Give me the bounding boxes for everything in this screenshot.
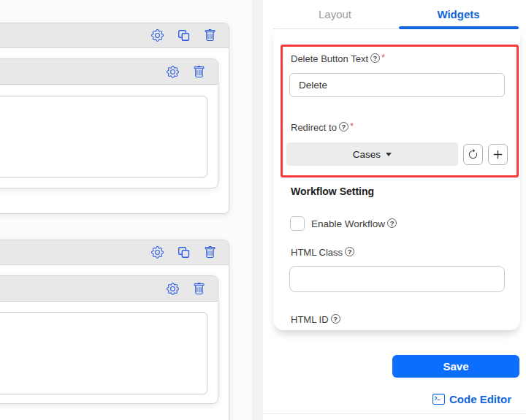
code-editor-link[interactable]: Code Editor [432, 393, 511, 405]
html-class-input[interactable] [289, 266, 505, 292]
settings-icon[interactable] [151, 246, 164, 259]
label-text: Enable Workflow [311, 218, 385, 229]
required-asterisk: * [381, 52, 385, 63]
settings-icon[interactable] [167, 283, 179, 295]
widget-card-header[interactable] [0, 240, 229, 265]
label-text: HTML ID [291, 314, 329, 325]
delete-icon[interactable] [204, 29, 216, 42]
chevron-down-icon [386, 153, 392, 156]
dropdown-selected-value: Cases [353, 149, 381, 160]
add-button[interactable] [488, 144, 508, 165]
html-class-label: HTML Class ? [291, 247, 354, 258]
redirect-to-dropdown[interactable]: Cases [286, 142, 458, 166]
enable-workflow-label: Enable Workflow ? [311, 218, 397, 229]
textarea-field-preview-2[interactable] [0, 312, 207, 394]
label-text: HTML Class [291, 247, 343, 258]
redirect-to-label: Redirect to ? * [291, 122, 354, 133]
panel-divider [252, 0, 263, 420]
label-text: Redirect to [291, 122, 337, 133]
delete-icon[interactable] [204, 246, 216, 259]
widget-card-header[interactable] [0, 59, 218, 85]
code-editor-icon [432, 393, 445, 405]
save-button[interactable]: Save [392, 355, 519, 378]
redirect-to-controls: Cases [286, 142, 508, 166]
html-id-label: HTML ID ? [291, 314, 340, 325]
tab-layout[interactable]: Layout [273, 0, 397, 28]
properties-panel: Layout Widgets Delete Button Text ? * Re… [263, 0, 526, 420]
code-editor-label: Code Editor [449, 393, 511, 405]
highlight-box: Delete Button Text ? * Redirect to ? * C… [281, 45, 519, 177]
refresh-icon [468, 149, 479, 160]
plus-icon [492, 149, 503, 160]
tab-widgets[interactable]: Widgets [397, 0, 520, 28]
form-canvas [0, 0, 252, 420]
textarea-field-preview-1[interactable] [0, 96, 207, 177]
tab-layout-label: Layout [319, 8, 351, 20]
help-icon[interactable]: ? [370, 53, 380, 63]
delete-button-text-input[interactable] [289, 73, 505, 97]
delete-button-text-label: Delete Button Text ? * [291, 53, 385, 64]
workflow-setting-heading: Workflow Setting [291, 186, 374, 197]
form-builder-screen: Layout Widgets Delete Button Text ? * Re… [0, 0, 526, 420]
widget-card-header[interactable] [0, 23, 229, 48]
delete-icon[interactable] [193, 66, 205, 78]
settings-icon[interactable] [151, 29, 164, 42]
enable-workflow-checkbox[interactable] [290, 216, 305, 231]
delete-icon[interactable] [193, 283, 205, 295]
enable-workflow-row: Enable Workflow ? [290, 216, 397, 231]
help-icon[interactable]: ? [345, 247, 354, 256]
required-asterisk: * [350, 121, 354, 131]
widget-card-header[interactable] [0, 276, 218, 302]
help-icon[interactable]: ? [387, 218, 397, 228]
settings-icon[interactable] [167, 66, 179, 78]
help-icon[interactable]: ? [339, 122, 348, 131]
help-icon[interactable]: ? [331, 314, 340, 324]
duplicate-icon[interactable] [178, 246, 190, 259]
tab-bar: Layout Widgets [273, 0, 520, 29]
refresh-button[interactable] [463, 144, 483, 165]
properties-scroll-area: Delete Button Text ? * Redirect to ? * C… [273, 29, 520, 330]
tab-widgets-label: Widgets [437, 8, 479, 20]
label-text: Delete Button Text [291, 53, 368, 64]
duplicate-icon[interactable] [178, 29, 190, 42]
panel-bottom-border [263, 413, 526, 414]
